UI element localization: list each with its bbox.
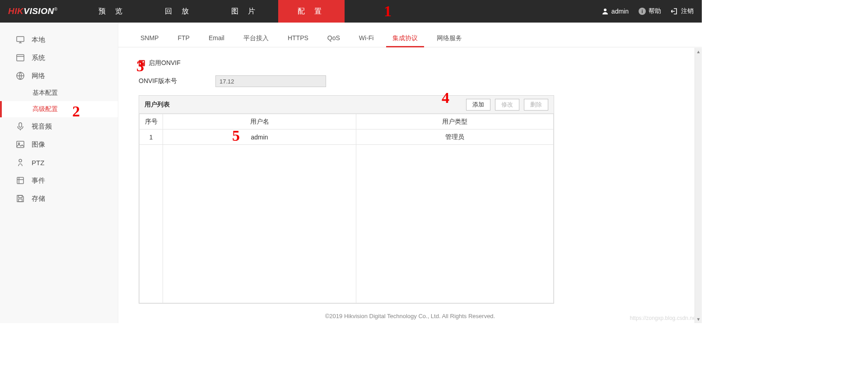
- sidebar-item-network[interactable]: 网络: [0, 67, 118, 85]
- onvif-version-row: ONVIF版本号: [139, 75, 702, 87]
- tab-ftp[interactable]: FTP: [171, 32, 196, 47]
- svg-rect-10: [17, 177, 23, 184]
- sidebar-item-label: 存储: [32, 194, 45, 203]
- sidebar-item-label: PTZ: [32, 159, 44, 167]
- sidebar-item-label: 系统: [32, 54, 45, 62]
- col-username-header: 用户名: [163, 114, 356, 130]
- logout-link[interactable]: 注销: [671, 7, 694, 15]
- cell-usertype: 管理员: [356, 130, 554, 145]
- body: 本地 系统 网络 基本配置 高级配置 视音频 图像 PTZ 事件: [0, 23, 702, 323]
- tab-label: HTTPS: [288, 34, 308, 42]
- nav-picture-label: 图 片: [231, 7, 258, 16]
- help-label: 帮助: [649, 7, 661, 15]
- sidebar-item-label: 事件: [32, 176, 45, 185]
- tab-https[interactable]: HTTPS: [281, 32, 315, 47]
- user-menu[interactable]: admin: [602, 8, 629, 15]
- user-grid: 序号 用户名 用户类型 1 admin 管理员: [139, 114, 554, 145]
- scrollbar[interactable]: ▲ ▼: [695, 48, 702, 323]
- event-icon: [15, 176, 25, 185]
- col-index-header: 序号: [140, 114, 163, 130]
- sidebar: 本地 系统 网络 基本配置 高级配置 视音频 图像 PTZ 事件: [0, 23, 118, 323]
- sidebar-item-storage[interactable]: 存储: [0, 190, 118, 208]
- user-icon: [602, 8, 609, 15]
- sidebar-item-label: 本地: [32, 36, 45, 44]
- sidebar-sub-basic[interactable]: 基本配置: [0, 85, 118, 101]
- sidebar-item-local[interactable]: 本地: [0, 31, 118, 49]
- tab-email[interactable]: Email: [202, 32, 231, 47]
- globe-icon: [15, 71, 25, 81]
- logout-label: 注销: [681, 7, 694, 15]
- sidebar-item-event[interactable]: 事件: [0, 171, 118, 190]
- sidebar-item-ptz[interactable]: PTZ: [0, 153, 118, 171]
- sidebar-sub-advanced[interactable]: 高级配置: [0, 101, 118, 117]
- table-buttons: 添加 修改 删除: [466, 99, 548, 111]
- enable-onvif-label: 启用ONVIF: [149, 59, 181, 67]
- tab-integration[interactable]: 集成协议: [386, 32, 424, 47]
- scroll-up-icon[interactable]: ▲: [695, 48, 702, 55]
- sidebar-item-label: 图像: [32, 140, 45, 149]
- image-icon: [15, 139, 25, 149]
- top-header: HIKVISION® 预 览 回 放 图 片 配 置 admin i 帮助 注销: [0, 0, 702, 23]
- tab-qos[interactable]: QoS: [321, 32, 346, 47]
- logo-part1: HIK: [8, 6, 23, 16]
- cell-index: 1: [140, 130, 163, 145]
- footer: ©2019 Hikvision Digital Technology Co., …: [118, 304, 702, 323]
- enable-onvif-checkbox[interactable]: [139, 60, 145, 66]
- svg-rect-6: [19, 123, 22, 127]
- tab-label: 平台接入: [243, 34, 269, 42]
- logout-icon: [671, 8, 678, 15]
- svg-point-0: [604, 9, 607, 11]
- top-right: admin i 帮助 注销: [592, 0, 702, 23]
- tab-label: SNMP: [140, 34, 159, 42]
- scroll-track[interactable]: [695, 55, 702, 316]
- tab-platform[interactable]: 平台接入: [237, 32, 275, 47]
- nav-playback[interactable]: 回 放: [145, 0, 212, 23]
- logo: HIKVISION®: [0, 6, 79, 16]
- edit-button-label: 修改: [501, 101, 513, 108]
- sidebar-item-system[interactable]: 系统: [0, 49, 118, 67]
- top-nav: 预 览 回 放 图 片 配 置: [79, 0, 345, 23]
- logo-part2: VISION: [23, 6, 54, 16]
- svg-text:i: i: [641, 9, 643, 14]
- mic-icon: [15, 121, 25, 131]
- table-row[interactable]: 1 admin 管理员: [140, 130, 554, 145]
- tab-label: Wi-Fi: [359, 34, 374, 42]
- user-grid-empty: [139, 145, 554, 303]
- watermark: https://zongxp.blog.csdn.net: [630, 315, 697, 321]
- svg-rect-11: [19, 195, 22, 198]
- tab-label: FTP: [177, 34, 189, 42]
- tab-wifi[interactable]: Wi-Fi: [353, 32, 380, 47]
- nav-picture[interactable]: 图 片: [212, 0, 278, 23]
- delete-button-label: 删除: [530, 101, 542, 108]
- scroll-down-icon[interactable]: ▼: [695, 316, 702, 323]
- svg-rect-3: [17, 37, 24, 42]
- svg-rect-7: [17, 141, 24, 148]
- monitor-icon: [15, 35, 25, 45]
- table-title: 用户列表: [145, 101, 170, 109]
- user-name-label: admin: [611, 8, 629, 15]
- tab-snmp[interactable]: SNMP: [134, 32, 165, 47]
- subtabs: SNMP FTP Email 平台接入 HTTPS QoS Wi-Fi 集成协议…: [118, 23, 702, 47]
- table-titlebar: 用户列表 添加 修改 删除: [139, 96, 554, 114]
- tab-label: 集成协议: [392, 34, 418, 42]
- nav-preview[interactable]: 预 览: [79, 0, 145, 23]
- sidebar-item-label: 视音频: [32, 122, 52, 131]
- nav-playback-label: 回 放: [165, 7, 192, 16]
- help-link[interactable]: i 帮助: [639, 7, 661, 15]
- enable-onvif-row: 启用ONVIF: [139, 59, 702, 67]
- sidebar-sub-label: 高级配置: [33, 105, 58, 113]
- add-button[interactable]: 添加: [466, 99, 490, 111]
- tab-netservice[interactable]: 网络服务: [430, 32, 468, 47]
- tab-label: QoS: [327, 34, 340, 42]
- tab-label: Email: [209, 34, 224, 42]
- sidebar-item-av[interactable]: 视音频: [0, 117, 118, 135]
- window-icon: [15, 53, 25, 63]
- save-icon: [15, 194, 25, 204]
- delete-button[interactable]: 删除: [524, 99, 548, 111]
- nav-config[interactable]: 配 置: [278, 0, 345, 23]
- svg-rect-12: [19, 199, 22, 202]
- sidebar-item-image[interactable]: 图像: [0, 135, 118, 153]
- cell-username: admin: [163, 130, 356, 145]
- edit-button[interactable]: 修改: [495, 99, 519, 111]
- nav-preview-label: 预 览: [98, 7, 126, 16]
